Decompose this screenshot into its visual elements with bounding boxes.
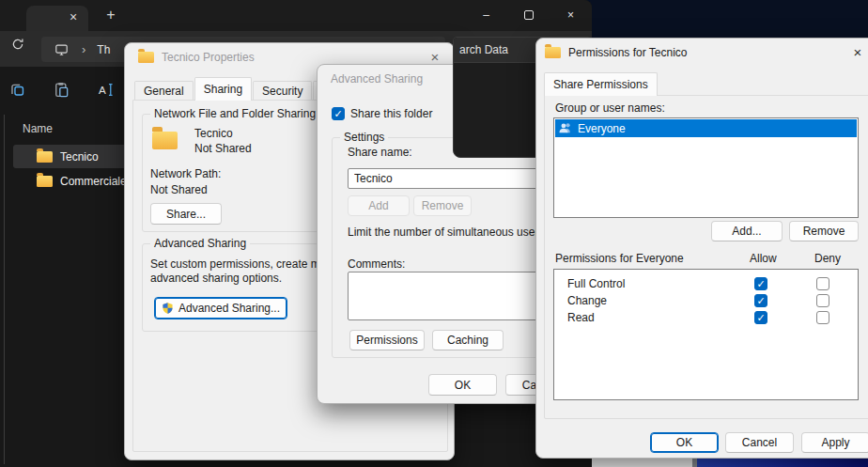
deny-checkbox[interactable] [816, 277, 829, 290]
desktop: × + – × › Th [0, 0, 868, 467]
deny-checkbox[interactable] [816, 311, 829, 324]
column-header-name[interactable]: Name [23, 122, 53, 135]
pane-divider [4, 115, 5, 464]
advanced-sharing-button[interactable]: Advanced Sharing... [154, 297, 287, 319]
share-this-folder-row: Share this folder [332, 107, 432, 120]
minimize-icon[interactable]: – [465, 0, 507, 30]
users-icon [558, 121, 573, 135]
permission-row-read: Read [554, 309, 858, 326]
group-user-list[interactable]: Everyone [553, 117, 859, 218]
paste-icon[interactable] [54, 82, 70, 98]
refresh-icon[interactable] [11, 38, 24, 51]
allow-column-header: Allow [750, 252, 777, 265]
deny-column-header: Deny [814, 252, 841, 265]
allow-checkbox[interactable] [754, 277, 767, 290]
chevron-right-icon: › [82, 42, 85, 56]
folder-icon [138, 52, 154, 63]
group-name: Everyone [578, 122, 626, 135]
apply-button[interactable]: Apply [801, 432, 868, 453]
add-share-button[interactable]: Add [348, 195, 410, 216]
ok-button[interactable]: OK [650, 432, 719, 453]
permission-label: Change [567, 294, 607, 307]
copy-icon[interactable] [9, 82, 25, 98]
share-name-input[interactable] [348, 168, 554, 189]
permission-row-change: Change [554, 292, 858, 309]
tab-sharing[interactable]: Sharing [194, 77, 252, 101]
search-value: arch Data [459, 43, 508, 56]
tab-security[interactable]: Security [253, 81, 312, 101]
groupbox-title: Network File and Folder Sharing [150, 107, 319, 120]
close-icon[interactable]: × [550, 0, 592, 30]
folder-icon [545, 47, 561, 58]
monitor-icon [54, 43, 69, 56]
permissions-button[interactable]: Permissions [349, 330, 425, 350]
shield-icon [162, 302, 174, 315]
share-this-folder-checkbox[interactable] [332, 107, 345, 120]
ok-button[interactable]: OK [428, 374, 497, 396]
tab-general[interactable]: General [134, 81, 194, 101]
remove-share-button[interactable]: Remove [413, 195, 472, 216]
folder-icon [152, 132, 178, 149]
dialog-title: Permissions for Tecnico [568, 46, 688, 59]
cancel-button[interactable]: Cancel [725, 432, 794, 453]
permissions-tabs: Share Permissions [544, 72, 659, 96]
network-path-label: Network Path: [150, 167, 221, 180]
file-name: Commerciale [60, 175, 127, 188]
allow-checkbox[interactable] [754, 294, 767, 307]
remove-button[interactable]: Remove [789, 221, 859, 241]
explorer-tab-bar: × + – × [0, 0, 592, 31]
maximize-icon[interactable] [507, 0, 550, 30]
explorer-tab[interactable]: × [26, 6, 88, 31]
folder-icon [37, 151, 53, 163]
svg-text:A: A [99, 84, 106, 96]
share-name-label: Share name: [348, 146, 412, 159]
network-path-value: Not Shared [150, 183, 208, 196]
breadcrumb-path[interactable]: Th [97, 43, 110, 56]
folder-icon [37, 176, 53, 187]
permissions-dialog: Permissions for Tecnico × Share Permissi… [535, 38, 868, 459]
tab-close-icon[interactable]: × [66, 9, 81, 24]
share-button[interactable]: Share... [150, 203, 222, 225]
new-tab-icon[interactable]: + [101, 6, 120, 24]
list-item-everyone[interactable]: Everyone [555, 119, 857, 137]
dialog-title: Tecnico Properties [162, 51, 255, 64]
group-user-names-label: Group or user names: [555, 101, 665, 115]
window-controls: – × [465, 0, 592, 30]
permission-label: Full Control [567, 277, 625, 290]
groupbox-title: Settings [340, 131, 388, 144]
tab-share-permissions[interactable]: Share Permissions [544, 72, 658, 96]
comments-label: Comments: [348, 257, 405, 271]
rename-icon[interactable]: A [98, 82, 115, 98]
advanced-sharing-button-label: Advanced Sharing... [178, 302, 280, 315]
shared-folder-name: Tecnico [194, 127, 233, 140]
advanced-description-line1: Set custom permissions, create multip [150, 257, 341, 271]
limit-users-label: Limit the number of simultaneous users t… [348, 226, 560, 239]
permissions-list[interactable]: Full Control Change Read [553, 269, 859, 400]
deny-checkbox[interactable] [816, 294, 829, 307]
permission-row-full-control: Full Control [554, 275, 858, 292]
shared-folder-status: Not Shared [194, 142, 252, 155]
advanced-description-line2: advanced sharing options. [150, 272, 282, 285]
allow-checkbox[interactable] [754, 311, 767, 324]
permissions-for-label: Permissions for Everyone [555, 252, 684, 265]
close-icon[interactable]: × [846, 43, 868, 62]
permissions-titlebar: Permissions for Tecnico [536, 39, 868, 67]
dialog-title: Advanced Sharing [331, 72, 423, 86]
share-this-folder-label: Share this folder [350, 107, 432, 120]
add-button[interactable]: Add... [711, 221, 783, 241]
file-name: Tecnico [60, 150, 99, 163]
permission-label: Read [567, 311, 595, 324]
groupbox-title: Advanced Sharing [150, 237, 250, 250]
caching-button[interactable]: Caching [432, 330, 504, 350]
comments-textarea[interactable] [348, 272, 554, 320]
